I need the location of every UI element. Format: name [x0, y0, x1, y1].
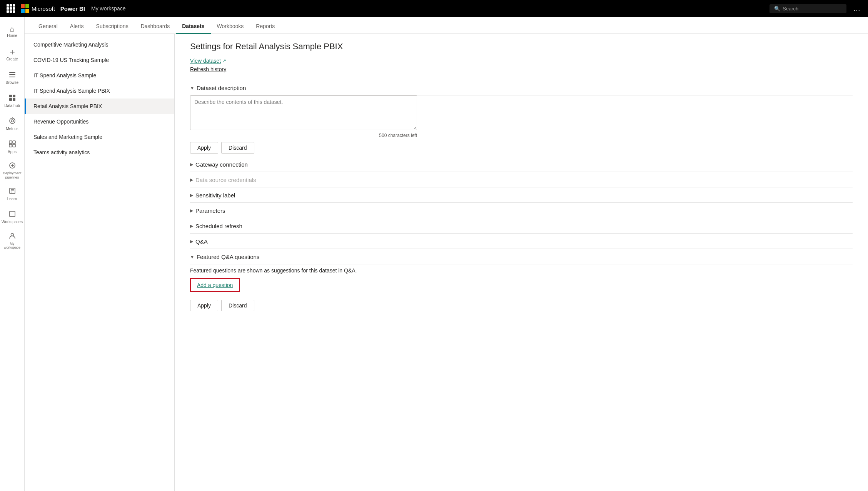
tab-reports[interactable]: Reports [250, 19, 281, 34]
section-header-datasource[interactable]: ▶ Data source credentials [190, 172, 853, 187]
svg-rect-12 [9, 144, 12, 147]
sidebar-apps-label: Apps [8, 150, 17, 154]
dataset-item-revenue[interactable]: Revenue Opportunities [25, 114, 174, 129]
chevron-down-icon: ▼ [190, 86, 194, 90]
powerbi-text: Power BI [60, 5, 85, 12]
tabs-bar: General Alerts Subscriptions Dashboards … [25, 17, 868, 34]
apps-icon [8, 140, 16, 149]
dataset-item-teams[interactable]: Teams activity analytics [25, 145, 174, 160]
tab-dashboards[interactable]: Dashboards [135, 19, 176, 34]
tab-subscriptions[interactable]: Subscriptions [90, 19, 135, 34]
section-label-gateway: Gateway connection [195, 161, 248, 168]
apply-button-featured-qa[interactable]: Apply [190, 300, 218, 311]
dataset-item-competitive[interactable]: Competitive Marketing Analysis [25, 37, 174, 52]
content-area: General Alerts Subscriptions Dashboards … [25, 17, 868, 491]
svg-rect-13 [13, 144, 15, 147]
main-area: ⌂ Home ＋ Create Browse Data hub Metrics [0, 17, 868, 491]
section-header-scheduled-refresh[interactable]: ▶ Scheduled refresh [190, 218, 853, 233]
svg-rect-10 [9, 141, 12, 144]
sidebar-learn-label: Learn [7, 197, 17, 201]
discard-button-featured-qa[interactable]: Discard [221, 300, 254, 311]
more-options-button[interactable]: … [850, 3, 863, 14]
sidebar-deployment-label: Deployment pipelines [2, 171, 23, 180]
svg-rect-11 [13, 141, 15, 144]
view-dataset-link[interactable]: View dataset ↗ [190, 58, 226, 64]
dataset-item-salesmarketing[interactable]: Sales and Marketing Sample [25, 129, 174, 145]
sidebar-item-myworkspace[interactable]: My workspace [0, 229, 24, 253]
svg-rect-6 [13, 98, 15, 101]
svg-rect-4 [13, 95, 15, 97]
featured-qa-section: Featured questions are shown as suggesti… [190, 267, 853, 311]
dataset-list: Competitive Marketing Analysis COVID-19 … [25, 34, 175, 491]
tab-alerts[interactable]: Alerts [64, 19, 90, 34]
description-textarea[interactable] [190, 95, 417, 130]
browse-icon [8, 71, 16, 80]
chevron-right-icon-datasource: ▶ [190, 177, 193, 182]
sidebar-item-apps[interactable]: Apps [0, 135, 24, 159]
workspace-label: My workspace [91, 5, 125, 12]
svg-rect-0 [9, 72, 15, 73]
chevron-right-icon-parameters: ▶ [190, 208, 193, 213]
search-button[interactable]: 🔍 Search [770, 4, 846, 13]
waffle-menu[interactable] [5, 2, 17, 15]
add-question-box: Add a question [190, 278, 240, 292]
dataset-item-covid[interactable]: COVID-19 US Tracking Sample [25, 52, 174, 68]
sidebar-item-deployment[interactable]: Deployment pipelines [0, 159, 24, 183]
apply-button-desc[interactable]: Apply [190, 142, 218, 154]
sidebar-item-home[interactable]: ⌂ Home [0, 20, 24, 43]
search-label: Search [783, 6, 798, 12]
char-count: 500 characters left [190, 133, 417, 138]
sidebar-item-learn[interactable]: Learn [0, 183, 24, 206]
dataset-item-itspend[interactable]: IT Spend Analysis Sample [25, 68, 174, 83]
sidebar-item-create[interactable]: ＋ Create [0, 43, 24, 66]
svg-point-7 [10, 118, 15, 124]
section-header-gateway[interactable]: ▶ Gateway connection [190, 157, 853, 172]
svg-rect-2 [9, 77, 15, 77]
desc-buttons: Apply Discard [190, 142, 853, 154]
inner-area: Competitive Marketing Analysis COVID-19 … [25, 34, 868, 491]
sidebar-item-workspaces[interactable]: Workspaces [0, 206, 24, 229]
discard-button-desc[interactable]: Discard [221, 142, 254, 154]
tab-general[interactable]: General [32, 19, 64, 34]
section-header-featured-qa[interactable]: ▼ Featured Q&A questions [190, 249, 853, 264]
featured-qa-description: Featured questions are shown as suggesti… [190, 267, 853, 274]
section-header-dataset-desc[interactable]: ▼ Dataset description [190, 80, 853, 95]
settings-panel: Settings for Retail Analysis Sample PBIX… [175, 34, 868, 491]
sidebar-workspaces-label: Workspaces [2, 220, 23, 224]
search-icon: 🔍 [774, 6, 780, 12]
deployment-icon [8, 162, 16, 170]
chevron-right-icon-gateway: ▶ [190, 162, 193, 167]
settings-title: Settings for Retail Analysis Sample PBIX [190, 42, 853, 52]
dataset-item-itspendpbix[interactable]: IT Spend Analysis Sample PBIX [25, 83, 174, 99]
chevron-right-icon-refresh: ▶ [190, 224, 193, 229]
sidebar-item-datahub[interactable]: Data hub [0, 89, 24, 112]
section-header-qa[interactable]: ▶ Q&A [190, 234, 853, 249]
svg-rect-1 [9, 74, 15, 75]
add-question-link[interactable]: Add a question [197, 282, 233, 288]
microsoft-text: Microsoft [32, 5, 55, 12]
datahub-icon [8, 94, 16, 103]
topbar: Microsoft Power BI My workspace 🔍 Search… [0, 0, 868, 17]
section-header-sensitivity[interactable]: ▶ Sensitivity label [190, 187, 853, 202]
section-header-parameters[interactable]: ▶ Parameters [190, 203, 853, 218]
sidebar-datahub-label: Data hub [4, 104, 20, 108]
sidebar-item-browse[interactable]: Browse [0, 66, 24, 89]
chevron-right-icon-qa: ▶ [190, 239, 193, 244]
tab-workbooks[interactable]: Workbooks [211, 19, 250, 34]
dataset-item-retail[interactable]: Retail Analysis Sample PBIX [25, 99, 174, 114]
section-label-datasource: Data source credentials [195, 177, 256, 183]
refresh-history-link[interactable]: Refresh history [190, 66, 853, 72]
home-icon: ⌂ [10, 25, 14, 33]
create-icon: ＋ [8, 48, 17, 56]
svg-rect-21 [10, 211, 15, 217]
svg-rect-5 [9, 98, 12, 101]
section-label-featured-qa: Featured Q&A questions [197, 254, 259, 260]
metrics-icon [8, 117, 16, 126]
svg-rect-3 [9, 95, 12, 97]
section-label-qa: Q&A [195, 238, 208, 245]
tab-datasets[interactable]: Datasets [176, 19, 210, 34]
learn-icon [8, 187, 16, 196]
sidebar-item-metrics[interactable]: Metrics [0, 112, 24, 135]
sidebar-metrics-label: Metrics [6, 127, 18, 131]
sidebar: ⌂ Home ＋ Create Browse Data hub Metrics [0, 17, 25, 491]
